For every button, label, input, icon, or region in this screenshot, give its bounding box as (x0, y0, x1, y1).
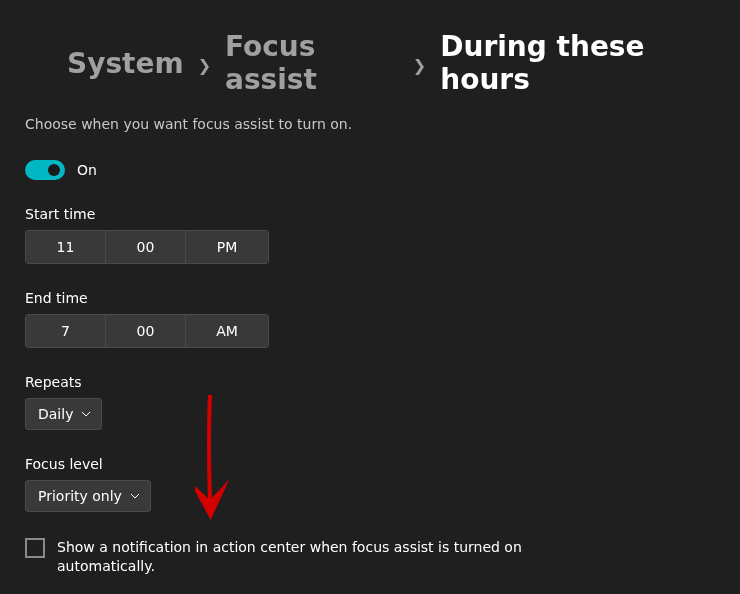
focus-level-value: Priority only (38, 488, 122, 504)
page-description: Choose when you want focus assist to tur… (25, 116, 715, 132)
chevron-right-icon: ❯ (198, 56, 211, 75)
breadcrumb-system[interactable]: System (67, 47, 184, 80)
chevron-down-icon (81, 409, 91, 419)
repeats-label: Repeats (25, 374, 715, 390)
repeats-dropdown[interactable]: Daily (25, 398, 102, 430)
focus-assist-toggle[interactable] (25, 160, 65, 180)
breadcrumb-current: During these hours (440, 30, 715, 96)
end-time-picker[interactable]: 7 00 AM (25, 314, 269, 348)
breadcrumb-focus-assist[interactable]: Focus assist (225, 30, 399, 96)
focus-level-dropdown[interactable]: Priority only (25, 480, 151, 512)
show-notification-label: Show a notification in action center whe… (57, 538, 607, 576)
toggle-state-label: On (77, 162, 97, 178)
end-time-minute[interactable]: 00 (106, 315, 186, 347)
start-time-hour[interactable]: 11 (26, 231, 106, 263)
breadcrumb: System ❯ Focus assist ❯ During these hou… (67, 30, 715, 96)
end-time-label: End time (25, 290, 715, 306)
start-time-minute[interactable]: 00 (106, 231, 186, 263)
start-time-period[interactable]: PM (186, 231, 268, 263)
start-time-picker[interactable]: 11 00 PM (25, 230, 269, 264)
chevron-right-icon: ❯ (413, 56, 426, 75)
end-time-hour[interactable]: 7 (26, 315, 106, 347)
end-time-period[interactable]: AM (186, 315, 268, 347)
chevron-down-icon (130, 491, 140, 501)
show-notification-checkbox[interactable] (25, 538, 45, 558)
start-time-label: Start time (25, 206, 715, 222)
repeats-value: Daily (38, 406, 73, 422)
focus-level-label: Focus level (25, 456, 715, 472)
